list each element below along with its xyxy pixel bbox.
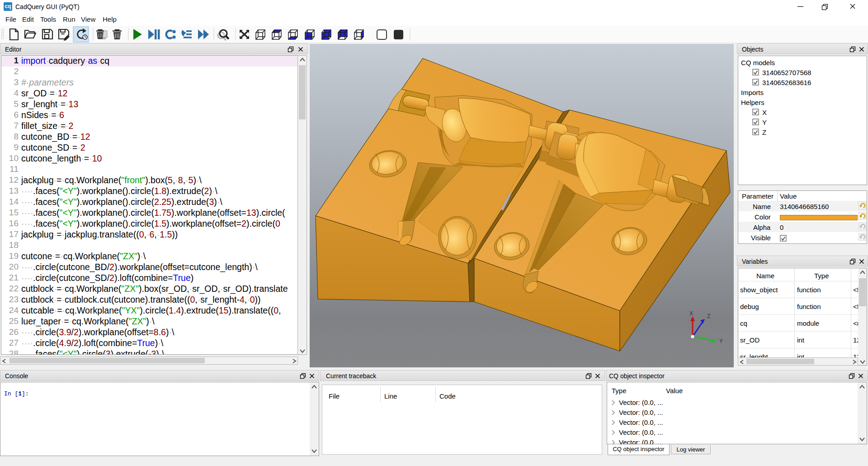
svg-text:Y: Y <box>719 338 723 344</box>
svg-text:Z: Z <box>707 313 710 319</box>
svg-text:X: X <box>689 310 693 317</box>
